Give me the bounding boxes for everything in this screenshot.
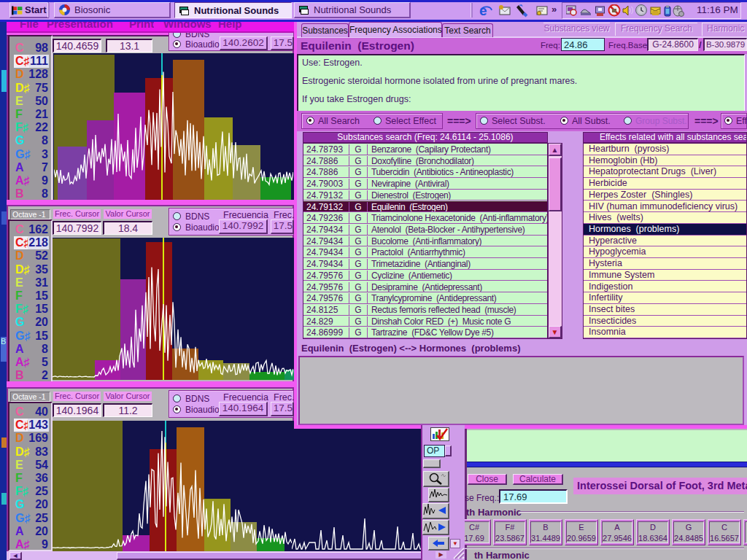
svg-text:e: e bbox=[479, 4, 487, 18]
svg-text:»: » bbox=[551, 4, 557, 15]
